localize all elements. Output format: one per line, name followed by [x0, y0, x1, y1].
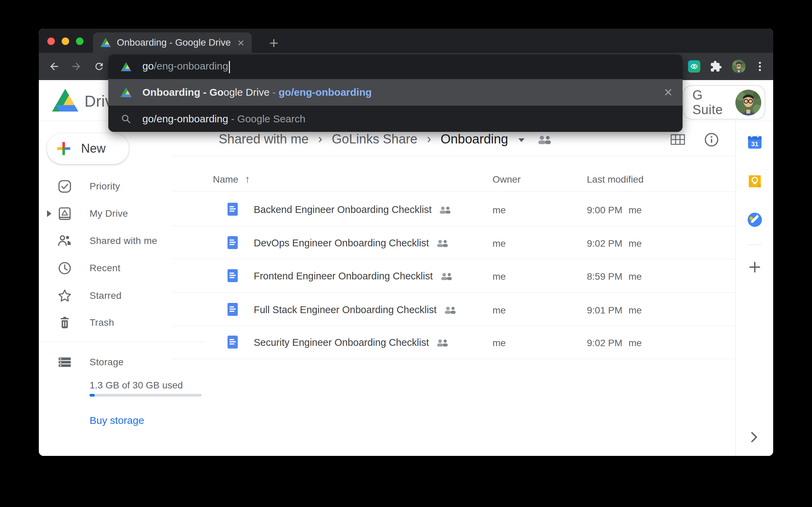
- back-icon: [48, 61, 60, 72]
- close-window-button[interactable]: [47, 37, 55, 45]
- chevron-right-icon: [746, 430, 761, 445]
- file-name-cell: DevOps Engineer Onboarding Checklist: [254, 237, 449, 249]
- breadcrumb-shared-with-me[interactable]: Shared with me: [219, 132, 309, 147]
- breadcrumb-golinks-share[interactable]: GoLinks Share: [332, 132, 417, 147]
- side-panel-mini-divider: [748, 245, 762, 245]
- storage-progress-bar: [90, 394, 202, 397]
- browser-tab[interactable]: Onboarding - Google Drive ×: [93, 32, 252, 53]
- suggestion-text: Onboarding - Google Drive - go/eng-onboa…: [142, 87, 664, 98]
- column-header-name[interactable]: Name: [213, 174, 238, 185]
- forward-button[interactable]: [69, 60, 83, 73]
- sidebar-item-priority[interactable]: Priority: [39, 173, 172, 200]
- plus-icon: [747, 260, 762, 275]
- shared-folder-people-icon: [537, 135, 552, 144]
- sort-ascending-icon[interactable]: ↑: [245, 173, 250, 185]
- new-plus-icon: [56, 141, 72, 156]
- tasks-icon: [747, 212, 762, 227]
- row-divider: [172, 226, 735, 226]
- google-docs-icon: [228, 336, 238, 349]
- new-button[interactable]: New: [47, 133, 129, 164]
- account-avatar[interactable]: [735, 90, 761, 116]
- buy-storage-link[interactable]: Buy storage: [90, 415, 144, 426]
- storage-divider: [39, 342, 205, 342]
- drive-favicon: [100, 38, 111, 47]
- shared-people-icon: [436, 339, 449, 347]
- kebab-menu-icon: [754, 60, 766, 73]
- keep-app-button[interactable]: [747, 174, 762, 189]
- storage-usage-text: 1.3 GB of 30 GB used: [90, 380, 183, 391]
- gsuite-label: G Suite: [692, 88, 735, 117]
- golinks-extension-button[interactable]: [687, 60, 701, 73]
- info-icon: [704, 132, 719, 147]
- google-docs-icon: [228, 269, 238, 282]
- remove-suggestion-icon[interactable]: ×: [664, 85, 672, 99]
- modified-cell: 9:01 PMme: [587, 305, 642, 316]
- drive-favicon: [121, 88, 131, 97]
- tab-bar: Onboarding - Google Drive × +: [39, 29, 773, 53]
- zoom-window-button[interactable]: [76, 37, 83, 45]
- shared-people-icon: [439, 206, 451, 214]
- sidebar-item-label: Shared with me: [90, 235, 157, 246]
- omnibox-dropdown: go/eng-onboarding Onboarding - Google Dr…: [108, 55, 683, 132]
- file-name-cell: Full Stack Engineer Onboarding Checklist: [254, 304, 456, 316]
- expand-arrow-icon[interactable]: [47, 210, 51, 217]
- suggestion-google-search[interactable]: go/eng-onboarding - Google Search: [108, 106, 683, 132]
- tab-title: Onboarding - Google Drive: [117, 37, 237, 48]
- storage-progress-fill: [90, 394, 95, 397]
- puzzle-icon: [710, 60, 722, 73]
- drive-favicon: [121, 62, 131, 71]
- sidebar-item-label: Storage: [90, 357, 124, 368]
- owner-cell: me: [493, 271, 506, 282]
- google-docs-icon: [228, 236, 238, 249]
- google-docs-icon: [228, 303, 238, 316]
- google-docs-icon: [228, 203, 238, 216]
- minimize-window-button[interactable]: [62, 37, 69, 45]
- calendar-app-button[interactable]: 31: [747, 135, 762, 150]
- storage-icon: [57, 355, 72, 370]
- gsuite-account-pill: G Suite: [683, 85, 765, 120]
- browser-profile-avatar[interactable]: [732, 60, 746, 73]
- trash-icon: [57, 315, 72, 330]
- sidebar-item-trash[interactable]: Trash: [39, 309, 172, 336]
- tasks-app-button[interactable]: [747, 212, 762, 227]
- breadcrumb-separator-icon: ›: [317, 132, 324, 146]
- modified-cell: 8:59 PMme: [587, 271, 642, 282]
- table-header-divider: [172, 191, 735, 192]
- extensions-button[interactable]: [709, 60, 723, 73]
- shared-people-icon: [444, 306, 456, 314]
- close-tab-icon[interactable]: ×: [237, 37, 244, 48]
- omnibox[interactable]: go/eng-onboarding: [108, 55, 683, 79]
- breadcrumb-divider: [172, 156, 735, 156]
- reload-button[interactable]: [92, 60, 106, 73]
- forward-icon: [71, 61, 82, 72]
- back-button[interactable]: [47, 60, 61, 73]
- reload-icon: [94, 61, 105, 72]
- my-drive-icon: [57, 206, 72, 221]
- collapse-side-panel-button[interactable]: [746, 430, 761, 445]
- sidebar-item-my-drive[interactable]: My Drive: [39, 200, 172, 227]
- screenshot: Onboarding - Google Drive × +: [0, 0, 812, 507]
- modified-cell: 9:02 PMme: [587, 338, 642, 349]
- omnibox-input[interactable]: go/eng-onboarding: [142, 60, 230, 73]
- column-header-owner: Owner: [493, 174, 520, 185]
- recent-icon: [57, 261, 72, 276]
- folder-menu-caret-icon[interactable]: [518, 138, 525, 142]
- row-divider: [172, 259, 735, 259]
- shared-people-icon: [436, 239, 449, 247]
- sidebar-item-recent[interactable]: Recent: [39, 255, 172, 282]
- shared-people-icon: [440, 272, 453, 280]
- sidebar-item-storage[interactable]: Storage: [39, 349, 172, 376]
- browser-menu-button[interactable]: [753, 60, 767, 73]
- starred-icon: [57, 288, 72, 303]
- get-addons-button[interactable]: [747, 260, 762, 275]
- info-panel-button[interactable]: [704, 132, 719, 149]
- modified-cell: 9:00 PMme: [587, 205, 642, 216]
- sidebar-item-starred[interactable]: Starred: [39, 282, 172, 309]
- new-tab-button[interactable]: +: [265, 34, 283, 52]
- sidebar-item-shared-with-me[interactable]: Shared with me: [39, 227, 172, 255]
- grid-view-button[interactable]: [671, 134, 685, 146]
- file-name-cell: Security Engineer Onboarding Checklist: [254, 337, 449, 348]
- suggestion-drive-result[interactable]: Onboarding - Google Drive - go/eng-onboa…: [108, 79, 683, 106]
- breadcrumb-current-folder[interactable]: Onboarding: [440, 132, 508, 147]
- sidebar-item-label: My Drive: [90, 208, 128, 219]
